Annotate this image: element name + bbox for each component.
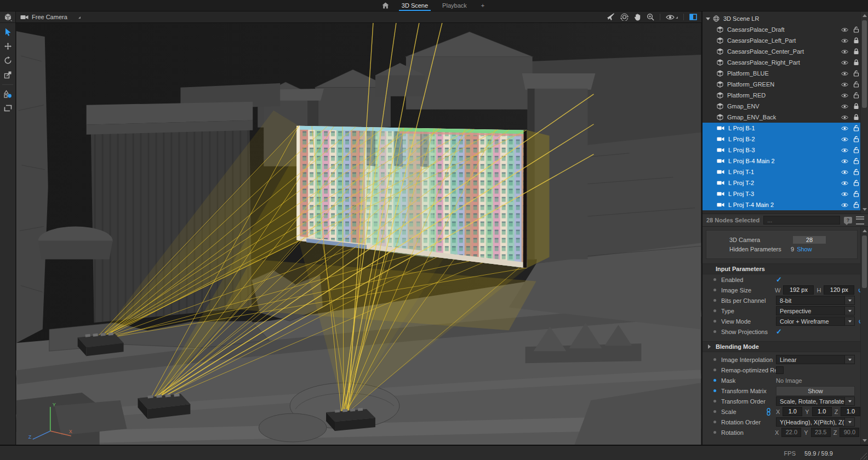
image-height-field[interactable]: 120 px (824, 285, 854, 295)
shape-select-tool-icon[interactable] (1, 88, 14, 99)
tree-item-l-proj-b-3[interactable]: L Proj B-3 (703, 145, 868, 156)
tab-playback[interactable]: Playback (441, 0, 469, 11)
hidden-params-show-link[interactable]: Show (797, 246, 812, 252)
viewport-3d-scene[interactable]: Y X Z (16, 23, 701, 445)
lock-open-icon[interactable] (853, 191, 859, 197)
visibility-eye-icon[interactable] (841, 192, 848, 197)
tree-item-l-proj-t-3[interactable]: L Proj T-3 (703, 188, 868, 199)
menu-icon[interactable] (856, 216, 864, 225)
lock-open-icon[interactable] (853, 70, 859, 77)
help-icon[interactable]: ? (844, 217, 852, 223)
orbit-icon[interactable] (620, 13, 629, 21)
scrollbar-thumb[interactable] (862, 235, 867, 288)
tree-item-caesarspalace-left-part[interactable]: CaesarsPalace_Left_Part (703, 35, 868, 46)
section-blending-mode[interactable]: Blending Mode (703, 341, 861, 352)
tree-item-platform-red[interactable]: Platform_RED (703, 90, 868, 101)
lock-open-icon[interactable] (853, 26, 859, 33)
lock-open-icon[interactable] (853, 136, 859, 142)
lock-closed-icon[interactable] (853, 59, 859, 66)
link-axes-icon[interactable] (766, 408, 771, 416)
transform-matrix-show-button[interactable]: Show (776, 386, 855, 396)
lock-closed-icon[interactable] (853, 103, 859, 110)
transform-order-dropdown[interactable]: Scale, Rotate, Translate (776, 396, 855, 406)
tree-item-gmap-env[interactable]: Gmap_ENV (703, 101, 868, 112)
visibility-eye-icon[interactable] (841, 159, 848, 164)
tree-item-l-proj-b-1[interactable]: L Proj B-1 (703, 123, 868, 134)
scroll-down-icon[interactable] (863, 439, 867, 442)
lock-open-icon[interactable] (853, 125, 859, 131)
visibility-eye-icon[interactable] (841, 170, 848, 175)
lock-closed-icon[interactable] (853, 48, 859, 55)
tree-item-caesarspalace-draft[interactable]: CaesarsPalace_Draft (703, 24, 868, 35)
visibility-eye-icon[interactable] (841, 60, 848, 65)
properties-scrollbar[interactable] (860, 227, 868, 445)
bits-dropdown[interactable]: 8-bit (776, 296, 855, 305)
rotation-order-dropdown[interactable]: Y(Heading), X(Pitch), Z(B (776, 417, 855, 427)
rotation-z-field[interactable]: 90.0 (840, 428, 859, 437)
lock-open-icon[interactable] (853, 81, 859, 88)
view-mode-dropdown[interactable]: Color + Wireframe (776, 317, 855, 326)
filter-input[interactable]: ... (763, 216, 840, 225)
select-tool-icon[interactable] (1, 26, 14, 37)
visibility-eye-icon[interactable] (841, 93, 848, 98)
checkbox-checked-icon[interactable]: ✓ (776, 328, 782, 335)
chevron-down-icon[interactable] (706, 18, 710, 20)
checkbox-checked-icon[interactable]: ✓ (776, 276, 782, 283)
visibility-eye-icon[interactable] (841, 137, 848, 142)
visibility-eye-icon[interactable] (841, 27, 848, 32)
tree-item-l-proj-t-4-main-2[interactable]: L Proj T-4 Main 2 (703, 199, 868, 210)
home-icon[interactable] (382, 0, 389, 11)
visibility-eye-icon[interactable] (841, 181, 848, 186)
lock-open-icon[interactable] (853, 147, 859, 153)
fly-mode-icon[interactable] (607, 13, 615, 21)
visibility-eye-icon[interactable] (841, 126, 848, 131)
panel-toggle-icon[interactable] (689, 14, 697, 20)
lock-open-icon[interactable] (853, 169, 859, 175)
rotation-y-field[interactable]: 23.5 (811, 428, 831, 437)
image-width-field[interactable]: 192 px (783, 285, 814, 295)
lock-open-icon[interactable] (853, 202, 859, 208)
scale-tool-icon[interactable] (1, 69, 14, 80)
tree-item-l-proj-t-2[interactable]: L Proj T-2 (703, 177, 868, 188)
tree-item-gmap-env-back[interactable]: Gmap_ENV_Back (703, 112, 868, 123)
interpolation-dropdown[interactable]: Linear (776, 355, 855, 364)
visibility-eye-icon[interactable] (841, 203, 848, 208)
section-input-parameters[interactable]: Input Parameters (703, 263, 861, 274)
visibility-eye-icon[interactable] (841, 71, 848, 76)
scale-x-field[interactable]: 1.0 (783, 407, 802, 416)
visibility-eye-icon[interactable] (841, 104, 848, 109)
type-dropdown[interactable]: Perspective (776, 306, 855, 315)
visibility-eye-icon[interactable] (841, 38, 848, 43)
tab-add[interactable]: + (479, 0, 486, 11)
tab-3d-scene[interactable]: 3D Scene (400, 0, 430, 11)
view-cube-icon[interactable] (0, 12, 15, 23)
lock-open-icon[interactable] (853, 180, 859, 186)
scroll-down-icon[interactable] (863, 208, 867, 211)
lock-closed-icon[interactable] (853, 37, 859, 44)
frame-tool-icon[interactable] (1, 102, 14, 113)
visibility-eye-icon[interactable] (841, 148, 848, 153)
scroll-up-icon[interactable] (863, 229, 867, 232)
lock-open-icon[interactable] (853, 92, 859, 99)
tree-item-platform-green[interactable]: Platform_GREEN (703, 79, 868, 90)
tree-item-l-proj-b-2[interactable]: L Proj B-2 (703, 134, 868, 145)
tree-item-l-proj-b-4-main-2[interactable]: L Proj B-4 Main 2 (703, 156, 868, 166)
tree-item-caesarspalace-right-part[interactable]: CaesarsPalace_Right_Part (703, 57, 868, 68)
move-tool-icon[interactable] (1, 41, 14, 51)
tree-item-platform-blue[interactable]: Platform_BLUE (703, 68, 868, 79)
scroll-up-icon[interactable] (863, 14, 867, 17)
camera-selector[interactable]: Free Camera (20, 14, 81, 20)
tree-root[interactable]: 3D Scene LR (703, 13, 868, 24)
visibility-eye-icon[interactable] (666, 14, 678, 20)
scale-y-field[interactable]: 1.0 (812, 407, 832, 416)
rotate-tool-icon[interactable] (1, 55, 14, 66)
pan-hand-icon[interactable] (634, 13, 641, 21)
visibility-eye-icon[interactable] (841, 49, 848, 54)
tree-item-caesarspalace-center-part[interactable]: CaesarsPalace_Center_Part (703, 46, 868, 57)
tree-scrollbar[interactable] (860, 12, 868, 214)
checkbox-unchecked[interactable] (776, 366, 784, 374)
lock-open-icon[interactable] (853, 158, 859, 164)
rotation-x-field[interactable]: 22.0 (781, 428, 801, 437)
visibility-eye-icon[interactable] (841, 82, 848, 87)
tree-item-l-proj-t-1[interactable]: L Proj T-1 (703, 166, 868, 177)
